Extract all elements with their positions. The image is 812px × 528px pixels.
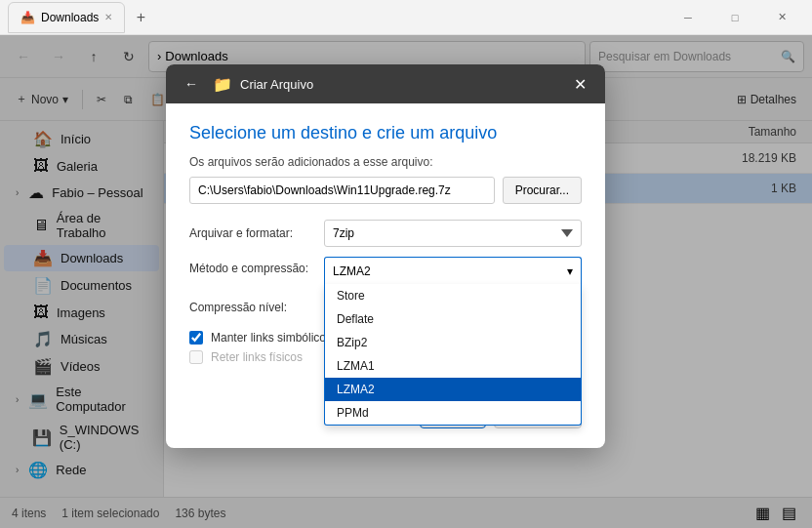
close-button[interactable]: ✕ (759, 0, 804, 35)
symbolic-links-checkbox[interactable] (189, 331, 203, 345)
symbolic-links-label: Manter links simbólicos (211, 331, 332, 345)
window-controls: ─ □ ✕ (666, 0, 804, 35)
modal-method-list: StoreDeflateBZip2LZMA1LZMA2PPMd (324, 284, 582, 426)
modal-title: Criar Arquivo (240, 77, 313, 92)
method-option-ppmd[interactable]: PPMd (325, 401, 581, 425)
physical-links-checkbox[interactable] (189, 350, 203, 364)
method-option-bzip2[interactable]: BZip2 (325, 331, 581, 354)
modal-title-icon: 📁 (213, 75, 232, 94)
method-option-deflate[interactable]: Deflate (325, 307, 581, 331)
minimize-button[interactable]: ─ (666, 0, 710, 35)
tab-title: Downloads (41, 11, 99, 24)
method-option-lzma2[interactable]: LZMA2 (325, 378, 581, 401)
new-tab-button[interactable]: + (125, 2, 156, 33)
titlebar: 📥 Downloads ✕ + ─ □ ✕ (0, 0, 812, 35)
physical-links-label: Reter links físicos (211, 350, 303, 364)
modal-format-row: Arquivar e formatar: 7zip zip (189, 220, 582, 247)
format-select[interactable]: 7zip zip (324, 220, 582, 247)
modal-desc: Os arquivos serão adicionados a esse arq… (189, 155, 582, 169)
modal-method-row: Método e compressão: LZMA2 ▾ StoreDeflat… (189, 257, 582, 284)
modal-method-value: LZMA2 (333, 264, 371, 278)
tab-area: 📥 Downloads ✕ + (8, 2, 666, 33)
chevron-down-icon: ▾ (567, 264, 573, 278)
create-archive-modal: ← 📁 Criar Arquivo ✕ Selecione um destino… (166, 64, 605, 448)
tab-close-btn[interactable]: ✕ (104, 12, 112, 22)
modal-overlay: ← 📁 Criar Arquivo ✕ Selecione um destino… (0, 35, 812, 528)
downloads-tab[interactable]: 📥 Downloads ✕ (8, 2, 125, 33)
method-label: Método e compressão: (189, 262, 316, 275)
method-option-lzma1[interactable]: LZMA1 (325, 354, 581, 378)
modal-path-row: Procurar... (189, 177, 582, 204)
modal-titlebar: ← 📁 Criar Arquivo ✕ (166, 64, 605, 103)
modal-back-button[interactable]: ← (178, 70, 205, 98)
modal-close-button[interactable]: ✕ (566, 70, 593, 98)
modal-method-dropdown[interactable]: LZMA2 ▾ StoreDeflateBZip2LZMA1LZMA2PPMd (324, 257, 582, 284)
modal-subtitle: Selecione um destino e crie um arquivo (189, 123, 582, 143)
method-option-store[interactable]: Store (325, 284, 581, 307)
modal-method-btn[interactable]: LZMA2 ▾ (324, 257, 582, 284)
modal-body: Selecione um destino e crie um arquivo O… (166, 103, 605, 389)
maximize-button[interactable]: □ (712, 0, 757, 35)
tab-icon: 📥 (20, 11, 35, 24)
modal-path-input[interactable] (189, 177, 495, 204)
format-label: Arquivar e formatar: (189, 226, 316, 240)
modal-browse-button[interactable]: Procurar... (503, 177, 582, 204)
level-label: Compressão nível: (189, 301, 316, 314)
